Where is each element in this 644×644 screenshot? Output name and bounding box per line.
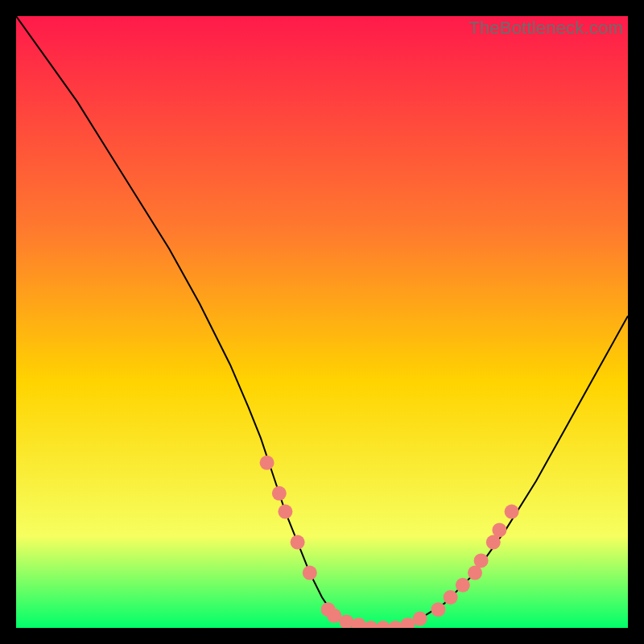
data-marker (272, 486, 287, 501)
data-marker (492, 522, 506, 537)
data-marker (456, 578, 470, 592)
data-marker (431, 602, 445, 617)
data-marker (505, 505, 519, 519)
gradient-background (16, 16, 628, 628)
data-marker (444, 590, 458, 605)
bottleneck-chart (16, 16, 628, 628)
data-marker (260, 456, 275, 470)
data-marker (303, 566, 317, 580)
data-marker (413, 612, 427, 626)
data-marker (278, 505, 292, 519)
attribution-text: TheBottleneck.com (469, 18, 623, 39)
data-marker (291, 535, 305, 550)
chart-frame: TheBottleneck.com (16, 16, 628, 628)
data-marker (474, 553, 489, 568)
